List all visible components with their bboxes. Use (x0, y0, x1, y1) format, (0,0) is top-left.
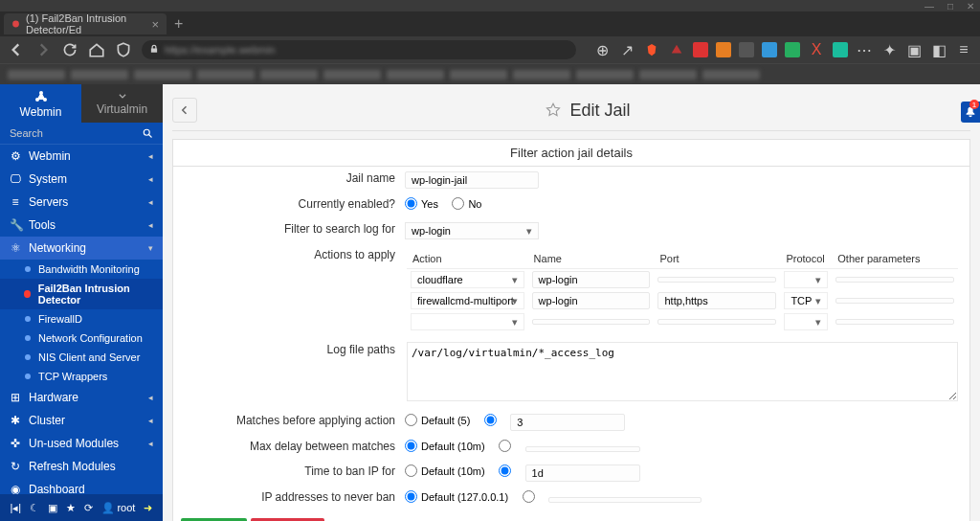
maxdelay-custom-radio[interactable] (499, 440, 511, 452)
action-name-input[interactable] (532, 319, 651, 325)
ignore-input[interactable] (548, 497, 702, 503)
matches-default-radio[interactable]: Default (5) (405, 414, 470, 426)
reload-icon[interactable]: ⟳ (84, 502, 93, 514)
other-input[interactable] (835, 319, 954, 325)
bookmark[interactable] (197, 70, 255, 79)
product-logo[interactable]: Webmin (0, 84, 81, 123)
bookmark[interactable] (134, 70, 191, 79)
bantime-default-radio[interactable]: Default (10m) (405, 464, 485, 477)
star-icon[interactable]: ★ (66, 502, 76, 514)
ext-icon[interactable] (833, 42, 848, 57)
nav-shield-icon[interactable] (115, 41, 132, 58)
protocol-select[interactable] (784, 313, 828, 330)
bantime-input[interactable]: 1d (525, 464, 640, 482)
ext-icon[interactable]: X (808, 41, 825, 58)
menu-icon[interactable]: ≡ (955, 41, 972, 58)
url-bar[interactable]: https://example.webmin (142, 40, 576, 59)
bantime-custom-radio[interactable] (499, 464, 511, 477)
bookmark[interactable] (8, 70, 65, 79)
user-label[interactable]: 👤 root (101, 502, 135, 514)
matches-input[interactable]: 3 (510, 414, 625, 431)
subnav-network-config[interactable]: Network Configuration (0, 328, 163, 348)
action-name-input[interactable]: wp-login (532, 271, 651, 288)
action-port-input[interactable]: http,https (657, 292, 776, 309)
page-back-button[interactable] (172, 98, 197, 123)
other-input[interactable] (835, 277, 954, 283)
action-name-input[interactable]: wp-login (532, 292, 651, 309)
action-select[interactable] (411, 313, 524, 330)
ignore-default-radio[interactable]: Default (127.0.0.1) (405, 490, 508, 503)
nav-forward-icon[interactable] (34, 41, 52, 58)
sidebar-icon[interactable]: ▣ (905, 41, 923, 58)
ext-icon[interactable] (716, 42, 731, 57)
ext-icon[interactable]: ↗ (618, 41, 635, 58)
bookmark[interactable] (513, 70, 570, 79)
nav-reload-icon[interactable] (61, 41, 78, 58)
ext-icon[interactable] (693, 42, 708, 57)
brave-icon[interactable] (643, 41, 660, 58)
product-alt[interactable]: Virtualmin (81, 84, 163, 123)
nav-networking[interactable]: ⚛Networking▾ (0, 237, 163, 260)
bookmark[interactable] (260, 70, 318, 79)
bookmark[interactable] (71, 70, 128, 79)
protocol-select[interactable] (784, 271, 828, 288)
subnav-bandwidth[interactable]: Bandwidth Monitoring (0, 260, 163, 279)
wallet-icon[interactable]: ◧ (930, 41, 947, 58)
collapse-icon[interactable]: |◂| (11, 502, 22, 514)
browser-tab[interactable]: (1) Fail2Ban Intrusion Detector/Ed × (4, 13, 167, 34)
window-maximize[interactable]: □ (947, 1, 953, 11)
bookmark[interactable] (639, 70, 697, 79)
action-port-input[interactable] (657, 277, 776, 283)
ext-icon[interactable] (739, 42, 754, 57)
window-close[interactable]: ✕ (967, 1, 974, 11)
subnav-fail2ban[interactable]: Fail2Ban Intrusion Detector (0, 279, 163, 309)
enabled-no-radio[interactable]: No (452, 197, 481, 210)
enabled-yes-radio[interactable]: Yes (405, 197, 438, 210)
nav-hardware[interactable]: ⊞Hardware◂ (0, 386, 163, 409)
subnav-nis[interactable]: NIS Client and Server (0, 348, 163, 367)
subnav-tcp-wrappers[interactable]: TCP Wrappers (0, 367, 163, 386)
sidebar-search[interactable] (0, 123, 163, 145)
nav-tools[interactable]: 🔧Tools◂ (0, 214, 163, 237)
ext-icon[interactable] (762, 42, 777, 57)
new-tab-button[interactable]: + (174, 15, 183, 33)
nav-home-icon[interactable] (88, 41, 105, 58)
window-minimize[interactable]: — (924, 1, 934, 11)
nav-servers[interactable]: ≡Servers◂ (0, 191, 163, 214)
logout-icon[interactable]: ➜ (144, 502, 152, 514)
ext-icon[interactable] (785, 42, 800, 57)
bookmark[interactable] (387, 70, 444, 79)
ext-menu-icon[interactable]: ⋯ (856, 41, 873, 58)
favorite-star-icon[interactable] (545, 102, 562, 119)
other-input[interactable] (835, 298, 954, 304)
tab-close-icon[interactable]: × (151, 17, 159, 32)
action-select[interactable]: firewallcmd-multiport (411, 292, 524, 309)
nav-cluster[interactable]: ✱Cluster◂ (0, 409, 163, 432)
jail-name-input[interactable]: wp-login-jail (405, 171, 539, 189)
ext-icon[interactable]: ⊕ (593, 41, 611, 58)
maxdelay-input[interactable] (525, 446, 640, 452)
nav-webmin[interactable]: ⚙Webmin◂ (0, 145, 163, 168)
bookmark[interactable] (576, 70, 634, 79)
nav-dashboard[interactable]: ◉Dashboard (0, 478, 163, 494)
matches-custom-radio[interactable] (484, 414, 497, 426)
bookmark[interactable] (323, 70, 381, 79)
action-select[interactable]: cloudflare (411, 271, 524, 288)
bookmark[interactable] (702, 70, 760, 79)
subnav-firewalld[interactable]: FirewallD (0, 309, 163, 328)
maxdelay-default-radio[interactable]: Default (10m) (405, 440, 485, 452)
search-input[interactable] (10, 127, 142, 139)
filter-select[interactable]: wp-login (405, 222, 539, 239)
nav-system[interactable]: 🖵System◂ (0, 168, 163, 191)
ext-icon[interactable] (668, 41, 685, 58)
notification-bell[interactable]: 1 (961, 102, 980, 123)
protocol-select[interactable]: TCP (784, 292, 828, 309)
nav-back-icon[interactable] (8, 41, 25, 58)
action-port-input[interactable] (657, 319, 776, 325)
night-icon[interactable]: ☾ (30, 502, 39, 514)
bookmark[interactable] (450, 70, 507, 79)
terminal-icon[interactable]: ▣ (48, 502, 57, 514)
nav-refresh-modules[interactable]: ↻Refresh Modules (0, 455, 163, 478)
ignore-custom-radio[interactable] (523, 490, 535, 503)
extensions-icon[interactable]: ✦ (880, 41, 898, 58)
